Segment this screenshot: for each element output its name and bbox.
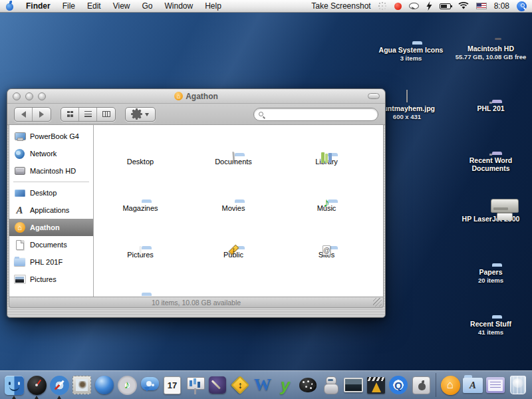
dock-blue-orb[interactable] [94,372,116,398]
desktop-icon-macintosh-hd[interactable]: Macintosh HD55.77 GB, 10.08 GB free [454,17,528,61]
dock-pufferfish[interactable] [297,372,319,398]
sidebar-item-powerbook-g4[interactable]: PowerBook G4 [9,128,93,145]
desktop-icon-agua-system-icons[interactable]: Agua System Icons3 items [374,19,448,62]
dock: ♪17↕WyQ⌂A [0,370,532,399]
itunes-icon: ♪ [118,376,137,395]
spotlight-icon[interactable] [517,1,527,11]
lightning-bolt-icon[interactable] [426,1,432,11]
column-view-button[interactable] [97,108,115,121]
back-icon [18,111,26,118]
forward-button[interactable] [33,108,51,121]
search-input[interactable] [266,110,373,118]
desktop-icon-sublabel: 20 items [454,277,528,284]
sidebar-item-network[interactable]: Network [9,145,93,162]
resize-grip[interactable] [373,298,382,307]
sidebar-separator [13,182,89,182]
input-menu-flag-icon[interactable] [476,3,487,9]
sidebar-item-label: PHL 201F [30,258,63,266]
sidebar-item-desktop[interactable]: Desktop [9,184,93,201]
desktop-icon-papers[interactable]: Papers20 items [454,241,528,284]
zoom-button[interactable] [38,92,46,100]
speech-bubble-icon[interactable] [409,3,419,9]
spinner-icon[interactable] [382,5,384,7]
dock-documents-window[interactable] [485,372,507,398]
list-view-button[interactable] [79,108,97,121]
sidebar-item-pictures[interactable]: Pictures [9,271,93,288]
window-titlebar[interactable]: ⌂ Agathon [7,89,385,104]
dock-finder[interactable] [3,372,25,398]
menu-finder[interactable]: Finder [26,1,51,11]
home-icon: ⌂ [13,222,26,233]
finder-item-desktop[interactable]: Desktop [94,129,187,176]
dock-mail[interactable] [71,372,93,398]
dock-trash[interactable] [507,372,529,398]
finder-item-library[interactable]: Library [280,129,373,176]
finder-item-public[interactable]: ↕Public [187,222,280,269]
dock-imovie[interactable] [365,372,387,398]
sidebar-item-applications[interactable]: AApplications [9,201,93,219]
dock-safari[interactable] [49,372,70,398]
sidebar-item-documents[interactable]: Documents [9,236,93,253]
menu-help[interactable]: Help [205,1,221,11]
close-button[interactable] [13,92,21,100]
finder-item-music[interactable]: ♪Music [280,176,373,222]
back-button[interactable] [15,108,33,121]
toolbar-toggle-button[interactable] [368,93,380,99]
dock-quicktime[interactable]: Q [388,372,410,398]
dock-home-folder[interactable]: ⌂ [440,372,462,398]
status-bar: 10 items, 10.08 GB available [9,297,384,308]
dock-dashboard[interactable] [26,372,48,398]
sidebar-item-phl-201f[interactable]: PHL 201F [9,253,93,271]
desktop-icon-hp-laserjet-2300[interactable]: HP LaserJet 2300 [454,188,528,223]
dock-pages[interactable] [207,372,229,398]
dock-ical[interactable]: 17 [162,372,184,398]
record-dot-icon[interactable] [394,3,402,10]
finder-item-documents[interactable]: Documents [187,129,280,176]
menu-edit[interactable]: Edit [87,1,101,11]
finder-item-sites[interactable]: @Sites [280,222,373,269]
imovie-icon [367,377,385,394]
battery-icon[interactable] [440,3,451,9]
finder-item-movies[interactable]: Movies [187,176,280,222]
sidebar-item-agathon[interactable]: ⌂Agathon [9,219,93,236]
finder-item-pictures[interactable]: Pictures [94,222,187,269]
dock-screenshot-image[interactable] [342,372,364,398]
icon-view-button[interactable] [61,108,79,121]
dock-apple-box[interactable] [410,372,432,398]
automator-icon [323,376,338,394]
menu-bar: FinderFileEditViewGoWindowHelp Take Scre… [0,0,532,13]
dock-automator[interactable] [320,372,342,398]
dock-ichat[interactable] [139,372,161,398]
search-field[interactable] [253,108,378,121]
menu-window[interactable]: Window [165,1,194,11]
dock-word[interactable]: W [252,372,274,398]
blue-orb-icon [95,376,114,394]
desktop-icon-phl-201[interactable]: PHL 201 [454,77,528,112]
documents-window-icon [486,377,505,393]
desktop-icon-recent-word-documents[interactable]: Recent Word Documents [454,129,528,172]
menu-clock[interactable]: 8:08 [494,1,509,11]
picture-small-icon [13,274,26,285]
menu-view[interactable]: View [113,1,130,11]
desktop-icon-recent-stuff[interactable]: Recent Stuff41 items [454,293,528,336]
action-menu-button[interactable] [126,108,155,121]
sidebar-item-macintosh-hd[interactable]: Macintosh HD [9,162,93,180]
dock-road-sign[interactable]: ↕ [229,372,251,398]
finder-item-ventrilo[interactable]: ventrilo [94,269,187,297]
dock-itunes[interactable]: ♪ [116,372,138,398]
dock-applications-folder[interactable]: A [462,372,484,398]
dock-messenger[interactable]: y [275,372,297,398]
finder-item-label: Movies [222,204,245,212]
wifi-icon[interactable] [458,2,469,10]
window-toolbar [7,104,385,125]
minimize-button[interactable] [25,92,33,100]
search-icon [259,112,263,116]
window-content: DesktopDocumentsLibraryMagazinesMovies♪M… [94,125,383,297]
dock-keynote[interactable] [184,372,206,398]
menu-go[interactable]: Go [142,1,153,11]
apple-menu-icon[interactable] [5,1,14,11]
finder-item-magazines[interactable]: Magazines [94,176,187,222]
messenger-icon: y [275,375,296,396]
menu-file[interactable]: File [63,1,75,11]
menu-extra-take-screenshot[interactable]: Take Screenshot [311,1,370,11]
